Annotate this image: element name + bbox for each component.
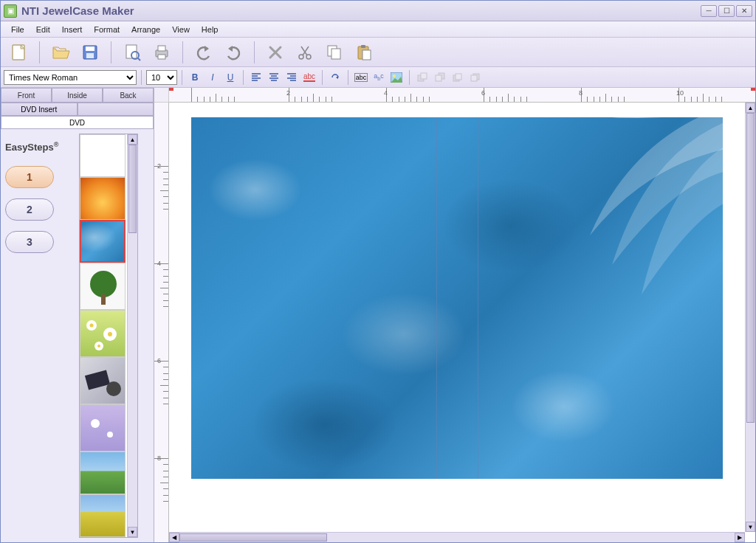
separator bbox=[182, 41, 183, 63]
vertical-ruler[interactable]: 2468 bbox=[154, 103, 169, 542]
send-backward-button[interactable] bbox=[467, 69, 484, 86]
sidebar-body: EasySteps® 1 2 3 bbox=[1, 129, 154, 542]
svg-point-27 bbox=[90, 271, 117, 297]
thumb-tree[interactable] bbox=[80, 263, 126, 310]
delete-button[interactable] bbox=[262, 40, 289, 65]
svg-rect-9 bbox=[158, 55, 165, 59]
menubar: File Edit Insert Format Arrange View Hel… bbox=[1, 21, 755, 38]
redo-button[interactable] bbox=[220, 40, 247, 65]
separator bbox=[39, 41, 40, 63]
thumbs-scroll-down[interactable]: ▼ bbox=[128, 527, 137, 537]
font-family-select[interactable]: Times New Roman bbox=[4, 70, 137, 85]
dvd-wrap-image[interactable] bbox=[191, 117, 723, 479]
menu-file[interactable]: File bbox=[5, 24, 30, 35]
thumb-daisies[interactable] bbox=[80, 310, 126, 357]
send-back-button[interactable] bbox=[432, 69, 448, 86]
svg-rect-22 bbox=[436, 75, 441, 81]
tab-blank[interactable] bbox=[78, 103, 154, 116]
svg-rect-13 bbox=[331, 49, 340, 59]
vscroll-thumb[interactable] bbox=[746, 113, 755, 423]
page[interactable] bbox=[191, 117, 723, 501]
thumb-tech[interactable] bbox=[80, 357, 126, 404]
vscroll-up[interactable]: ▲ bbox=[746, 103, 755, 113]
cut-button[interactable] bbox=[292, 40, 318, 65]
print-button[interactable] bbox=[148, 40, 175, 65]
svg-point-37 bbox=[91, 419, 100, 428]
page-viewport[interactable] bbox=[169, 103, 755, 542]
menu-format[interactable]: Format bbox=[88, 24, 126, 35]
horizontal-scrollbar: ◀ ▶ bbox=[169, 532, 745, 542]
menu-help[interactable]: Help bbox=[196, 24, 224, 35]
tab-dvd-insert[interactable]: DVD Insert bbox=[1, 103, 78, 116]
svg-point-32 bbox=[108, 332, 112, 336]
undo-button[interactable] bbox=[190, 40, 217, 65]
hscroll-left[interactable]: ◀ bbox=[169, 533, 179, 542]
thumb-sky-field[interactable] bbox=[80, 452, 126, 494]
underline-button[interactable]: U bbox=[222, 69, 238, 86]
open-button[interactable] bbox=[47, 40, 74, 65]
thumbs-scroll-up[interactable]: ▲ bbox=[128, 134, 137, 145]
vscroll-track[interactable] bbox=[746, 113, 755, 522]
tab-front[interactable]: Front bbox=[1, 88, 52, 103]
ruler-left-marker[interactable] bbox=[169, 88, 173, 91]
thumb-orange[interactable] bbox=[80, 177, 126, 220]
step-3-button[interactable]: 3 bbox=[5, 231, 54, 253]
align-center-button[interactable] bbox=[266, 69, 282, 86]
align-right-button[interactable] bbox=[284, 69, 300, 86]
text-box-button[interactable]: abc bbox=[353, 69, 369, 86]
paste-button[interactable] bbox=[351, 40, 377, 65]
bring-forward-button[interactable] bbox=[450, 69, 466, 86]
thumb-water[interactable] bbox=[80, 220, 126, 263]
curved-text-button[interactable]: abc bbox=[371, 69, 387, 86]
hscroll-thumb[interactable] bbox=[179, 533, 327, 542]
ruler-h-label: 10 bbox=[676, 89, 684, 97]
menu-view[interactable]: View bbox=[166, 24, 196, 35]
hscroll-right[interactable]: ▶ bbox=[735, 533, 745, 542]
tab-back[interactable]: Back bbox=[103, 88, 154, 103]
align-left-button[interactable] bbox=[248, 69, 264, 86]
minimize-button[interactable]: ─ bbox=[701, 5, 717, 17]
menu-insert[interactable]: Insert bbox=[56, 24, 89, 35]
svg-rect-15 bbox=[361, 45, 365, 48]
main-area: Front Inside Back DVD Insert DVD EasySte… bbox=[1, 88, 755, 542]
close-button[interactable]: ✕ bbox=[736, 5, 752, 17]
text-direction-button[interactable] bbox=[327, 69, 343, 86]
new-button[interactable] bbox=[5, 40, 32, 65]
decoration-swoosh bbox=[501, 103, 738, 339]
italic-button[interactable]: I bbox=[205, 69, 221, 86]
maximize-button[interactable]: ☐ bbox=[718, 5, 735, 17]
copy-button[interactable] bbox=[321, 40, 348, 65]
save-button[interactable] bbox=[77, 40, 103, 65]
menu-edit[interactable]: Edit bbox=[30, 24, 56, 35]
font-size-select[interactable]: 10 bbox=[146, 70, 177, 85]
svg-rect-16 bbox=[362, 50, 371, 60]
ruler-h-label: 6 bbox=[481, 89, 485, 97]
tab-dvd[interactable]: DVD bbox=[1, 116, 154, 129]
thumb-yellow-field[interactable] bbox=[80, 494, 126, 537]
thumb-blank[interactable] bbox=[80, 134, 126, 177]
bold-button[interactable]: B bbox=[187, 69, 203, 86]
tab-inside[interactable]: Inside bbox=[52, 88, 103, 103]
svg-point-36 bbox=[106, 381, 121, 396]
thumb-flower-purple[interactable] bbox=[80, 404, 126, 452]
svg-point-34 bbox=[97, 345, 100, 347]
insert-image-button[interactable] bbox=[388, 69, 405, 86]
app-icon bbox=[4, 4, 17, 18]
ruler-v-label: 6 bbox=[157, 357, 161, 364]
thumbs-scroll-thumb[interactable] bbox=[128, 145, 137, 233]
separator bbox=[111, 41, 111, 63]
svg-point-18 bbox=[393, 75, 396, 77]
fold-guide-1 bbox=[436, 117, 437, 479]
step-1-button[interactable]: 1 bbox=[5, 166, 54, 188]
step-2-button[interactable]: 2 bbox=[5, 198, 54, 221]
print-preview-button[interactable] bbox=[119, 40, 145, 65]
menu-arrange[interactable]: Arrange bbox=[126, 24, 166, 35]
separator bbox=[409, 70, 410, 85]
horizontal-ruler[interactable]: 246810 bbox=[169, 88, 755, 103]
vscroll-down[interactable]: ▼ bbox=[746, 522, 755, 532]
hscroll-track[interactable] bbox=[179, 533, 735, 542]
bring-front-button[interactable] bbox=[414, 69, 430, 86]
font-color-button[interactable]: abc bbox=[301, 69, 317, 86]
svg-rect-35 bbox=[85, 370, 110, 390]
ruler-right-marker[interactable] bbox=[751, 88, 755, 91]
